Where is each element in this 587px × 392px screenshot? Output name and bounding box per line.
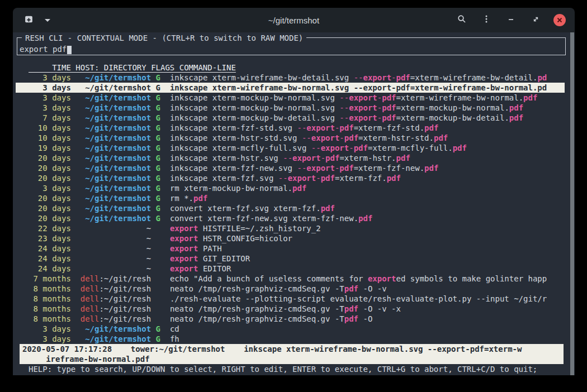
history-row[interactable]: 3 days ~/git/termshot G fh xyxy=(13,334,575,344)
history-row[interactable]: 8 months dell:~/git/resh neato /tmp/resh… xyxy=(13,314,575,324)
history-row[interactable]: 20 days ~/git/termshot G rm *.pdf xyxy=(13,193,575,203)
window-title: ~/git/termshot xyxy=(145,16,443,25)
history-row[interactable]: 24 days ~ export PATH xyxy=(13,243,575,254)
history-row[interactable]: 3 days ~/git/termshot G cd xyxy=(13,324,575,334)
history-rows: 3 days ~/git/termshot G inkscape xterm-w… xyxy=(13,73,575,344)
scrollbar[interactable] xyxy=(570,32,574,375)
selected-command-detail: 2020-05-07 17:17:28 tower:~/git/termshot… xyxy=(20,344,564,364)
history-row[interactable]: 8 months dell:~/git/resh ./resh-evaluate… xyxy=(13,294,575,304)
history-row[interactable]: 24 days ~ export EDITOR xyxy=(13,264,575,274)
history-row[interactable]: 3 days ~/git/termshot G inkscape xterm-w… xyxy=(16,83,565,93)
history-row[interactable]: 23 days ~ export HSTR_CONFIG=hicolor xyxy=(13,233,575,243)
history-row[interactable]: 8 months dell:~/git/resh neato /tmp/resh… xyxy=(13,304,575,314)
new-tab-button[interactable] xyxy=(22,13,35,27)
terminal-window: ~/git/termshot xyxy=(13,8,575,375)
history-row[interactable]: 20 days ~/git/termshot G convert xterm-f… xyxy=(13,213,575,223)
history-row[interactable]: 7 months dell:~/git/resh echo "Add a bun… xyxy=(13,274,575,284)
help-bar: HELP: type to search, UP/DOWN to select,… xyxy=(13,364,575,374)
restore-icon xyxy=(532,15,539,25)
close-button[interactable] xyxy=(553,14,566,26)
text-cursor xyxy=(67,46,72,54)
history-row[interactable]: 20 days ~/git/termshot G inkscape xterm-… xyxy=(13,153,575,163)
table-header: TIME HOST: DIRECTORY FLAGS COMMAND-LINE xyxy=(13,63,575,73)
search-input[interactable]: RESH CLI - CONTEXTUAL MODE - (CTRL+R to … xyxy=(17,37,566,55)
history-row[interactable]: 20 days ~/git/termshot G inkscape xterm-… xyxy=(13,163,575,173)
history-row[interactable]: 22 days ~ export HISTFILE=~/.zsh_history… xyxy=(13,223,575,233)
search-icon xyxy=(457,15,466,26)
chevron-down-icon xyxy=(45,19,50,22)
search-button[interactable] xyxy=(455,13,468,27)
history-row[interactable]: 3 days ~/git/termshot G inkscape xterm-m… xyxy=(13,93,575,103)
detail-line-1: 2020-05-07 17:17:28 tower:~/git/termshot… xyxy=(20,344,564,354)
terminal-content: RESH CLI - CONTEXTUAL MODE - (CTRL+R to … xyxy=(13,32,575,375)
history-row[interactable]: 20 days ~/git/termshot G inkscape xterm-… xyxy=(13,173,575,183)
spacer xyxy=(13,55,575,63)
history-row[interactable]: 8 months dell:~/git/resh neato /tmp/resh… xyxy=(13,284,575,294)
detail-line-2: ireframe-bw-normal.pdf xyxy=(20,354,564,364)
minimize-icon xyxy=(507,15,515,25)
minimize-button[interactable] xyxy=(504,13,518,27)
history-row[interactable]: 3 days ~/git/termshot G rm xterm-mockup-… xyxy=(13,183,575,193)
history-row[interactable]: 3 days ~/git/termshot G inkscape xterm-m… xyxy=(13,103,575,113)
history-row[interactable]: 3 days ~/git/termshot G inkscape xterm-w… xyxy=(13,73,575,83)
new-tab-icon xyxy=(24,15,34,26)
history-row[interactable]: 24 days ~ export GIT_EDITOR xyxy=(13,254,575,264)
history-row[interactable]: 19 days ~/git/termshot G inkscape xterm-… xyxy=(13,143,575,153)
titlebar: ~/git/termshot xyxy=(13,8,575,32)
menu-button[interactable] xyxy=(480,13,493,27)
search-query: export pdf xyxy=(20,44,67,54)
tab-dropdown-button[interactable] xyxy=(41,13,54,27)
kebab-menu-icon xyxy=(482,15,491,26)
history-row[interactable]: 20 days ~/git/termshot G convert xterm-f… xyxy=(13,203,575,213)
history-row[interactable]: 7 days ~/git/termshot G inkscape xterm-m… xyxy=(13,113,575,123)
search-box-title: RESH CLI - CONTEXTUAL MODE - (CTRL+R to … xyxy=(22,33,306,43)
history-row[interactable]: 10 days ~/git/termshot G inkscape xterm-… xyxy=(13,133,575,143)
restore-button[interactable] xyxy=(529,13,542,27)
close-icon xyxy=(557,17,562,23)
history-row[interactable]: 10 days ~/git/termshot G inkscape xterm-… xyxy=(13,123,575,133)
